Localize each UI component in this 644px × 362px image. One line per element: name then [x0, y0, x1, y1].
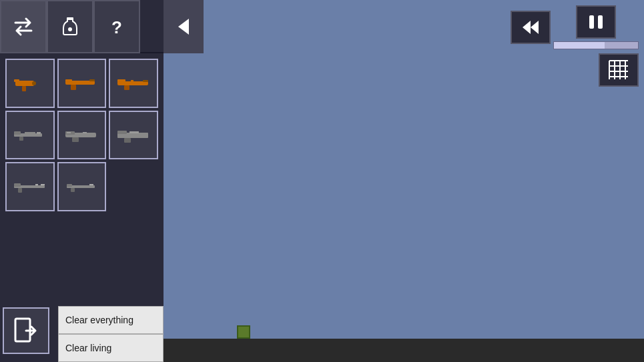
- svg-rect-17: [14, 131, 21, 135]
- svg-rect-44: [589, 15, 594, 29]
- weapon-grid: [0, 53, 164, 302]
- svg-rect-37: [67, 184, 72, 187]
- weapon-slot-2[interactable]: [57, 59, 107, 108]
- svg-rect-32: [14, 183, 21, 187]
- svg-rect-45: [598, 15, 603, 29]
- svg-marker-42: [523, 21, 531, 34]
- top-right-controls: [511, 5, 639, 87]
- sidebar-bottom: Clear everything Clear living: [0, 302, 164, 362]
- weapon-slot-6[interactable]: [109, 111, 158, 160]
- rewind-button[interactable]: [511, 11, 551, 44]
- svg-point-1: [68, 27, 72, 31]
- context-menu: Clear everything Clear living: [58, 306, 164, 362]
- svg-rect-14: [143, 80, 148, 82]
- svg-point-6: [32, 81, 36, 85]
- svg-rect-39: [89, 184, 93, 185]
- svg-rect-0: [67, 17, 73, 20]
- svg-rect-38: [71, 188, 75, 192]
- svg-rect-25: [83, 132, 87, 133]
- svg-rect-10: [89, 79, 95, 81]
- help-button[interactable]: ?: [93, 0, 140, 53]
- clear-everything-button[interactable]: Clear everything: [58, 306, 164, 334]
- weapon-slot-5[interactable]: [57, 111, 107, 160]
- weapon-slot-1[interactable]: [5, 59, 55, 108]
- svg-rect-4: [14, 79, 19, 82]
- progress-bar: [554, 42, 605, 49]
- weapon-slot-3[interactable]: [109, 59, 158, 108]
- svg-rect-23: [72, 137, 79, 142]
- svg-rect-27: [117, 131, 127, 134]
- ground: [164, 339, 644, 362]
- weapon-slot-7[interactable]: [5, 162, 55, 211]
- svg-rect-15: [131, 80, 133, 81]
- playback-controls: [511, 5, 639, 49]
- svg-rect-18: [19, 137, 23, 141]
- exit-button[interactable]: [3, 307, 49, 354]
- svg-rect-24: [67, 132, 71, 133]
- svg-marker-41: [178, 19, 189, 35]
- weapon-slot-4[interactable]: [5, 111, 55, 160]
- progress-bar-container[interactable]: [553, 41, 639, 49]
- svg-rect-34: [41, 184, 45, 185]
- svg-rect-12: [117, 79, 125, 83]
- svg-text:?: ?: [111, 17, 122, 37]
- svg-rect-28: [124, 138, 131, 143]
- svg-rect-30: [129, 131, 139, 133]
- swap-button[interactable]: [0, 0, 47, 53]
- svg-rect-5: [22, 86, 26, 91]
- grid-toggle-button[interactable]: [599, 53, 639, 87]
- clear-living-button[interactable]: Clear living: [58, 334, 164, 362]
- game-entity: [237, 325, 250, 339]
- sidebar: ?: [0, 0, 164, 362]
- top-toolbar: ?: [0, 0, 164, 53]
- svg-rect-8: [65, 79, 72, 82]
- svg-rect-33: [18, 188, 22, 193]
- back-button[interactable]: [164, 0, 204, 53]
- pause-button[interactable]: [576, 5, 616, 39]
- svg-rect-19: [37, 132, 41, 134]
- svg-rect-13: [124, 85, 129, 90]
- svg-rect-35: [35, 184, 38, 185]
- svg-marker-43: [531, 21, 539, 34]
- weapon-slot-8[interactable]: [57, 162, 107, 211]
- svg-rect-9: [71, 85, 76, 90]
- inventory-button[interactable]: [47, 0, 93, 53]
- svg-rect-20: [25, 132, 35, 133]
